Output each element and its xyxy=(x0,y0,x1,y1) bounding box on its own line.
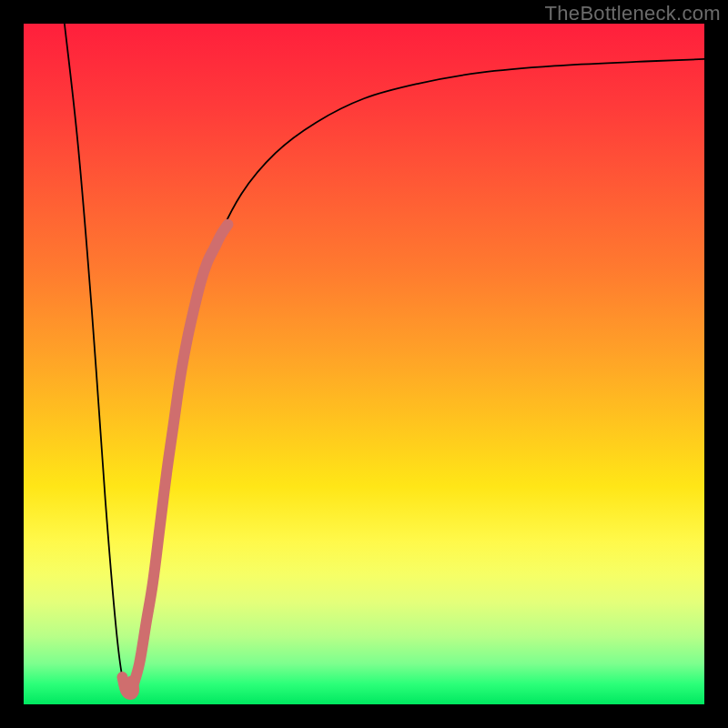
bottleneck-curve xyxy=(65,24,704,692)
curve-layer xyxy=(24,24,704,704)
plot-area xyxy=(24,24,704,704)
chart-frame: TheBottleneck.com xyxy=(0,0,728,728)
watermark-text: TheBottleneck.com xyxy=(545,2,721,25)
your-config-range xyxy=(133,225,228,688)
optimum-marker xyxy=(122,677,134,694)
